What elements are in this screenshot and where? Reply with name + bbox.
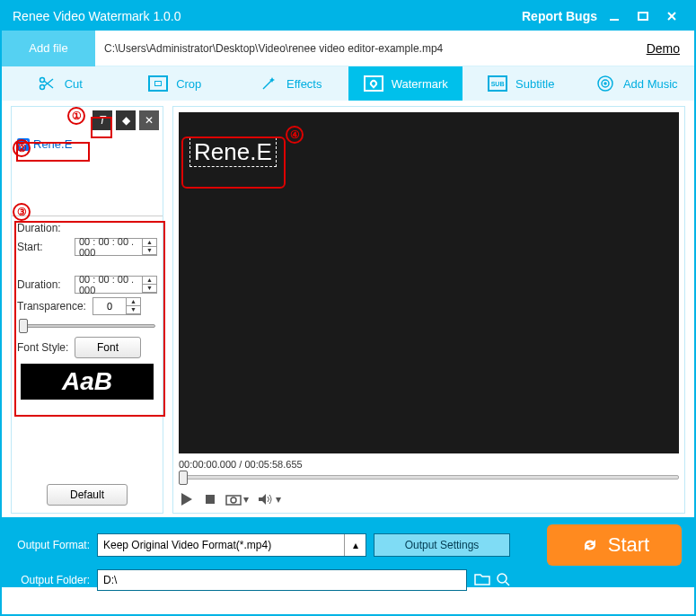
start-label: Start	[608, 533, 649, 557]
refresh-icon	[579, 534, 601, 556]
report-bugs-link[interactable]: Report Bugs	[522, 9, 597, 23]
svg-line-17	[506, 582, 509, 585]
transparence-input[interactable]	[93, 297, 127, 315]
tab-crop[interactable]: Crop	[118, 66, 233, 101]
titlebar: Renee Video Watermark 1.0.0 Report Bugs	[2, 2, 694, 31]
transparence-slider[interactable]	[19, 321, 155, 331]
watermark-list-item[interactable]: Rene.E	[17, 137, 157, 151]
watermark-item-label: Rene.E	[33, 137, 72, 151]
chevron-up-icon: ▴	[344, 534, 366, 556]
output-folder-input[interactable]: D:\	[97, 569, 467, 591]
font-button[interactable]: Font	[75, 337, 141, 358]
tab-label-cut: Cut	[65, 77, 83, 91]
duration-section: Duration: Start: 00 : 00 : 00 . 000 ▲▼ D…	[12, 216, 163, 410]
bottom-bar: Output Format: Keep Original Video Forma…	[2, 517, 694, 587]
transparence-label: Transparence:	[17, 300, 89, 312]
start-time-input[interactable]: 00 : 00 : 00 . 000 ▲▼	[75, 238, 157, 256]
tab-label-watermark: Watermark	[392, 77, 448, 91]
annotation-1: ①	[67, 107, 85, 125]
maximize-button[interactable]	[631, 7, 655, 25]
tab-cut[interactable]: Cut	[2, 66, 118, 101]
tab-watermark[interactable]: Watermark	[348, 66, 464, 101]
svg-marker-15	[259, 494, 266, 505]
preview-panel: Rene.E 00:00:00.000 / 00:05:58.655 ▾ ▾	[172, 106, 685, 514]
output-folder-label: Output Folder:	[14, 574, 90, 586]
start-button[interactable]: Start	[547, 524, 682, 566]
demo-link[interactable]: Demo	[647, 41, 694, 56]
spin-up[interactable]: ▲	[143, 239, 156, 247]
volume-button[interactable]: ▾	[258, 493, 281, 506]
tab-label-addmusic: Add Music	[623, 77, 678, 91]
watermark-overlay-text[interactable]: Rene.E	[189, 137, 277, 167]
svg-rect-1	[639, 13, 648, 20]
snapshot-button[interactable]: ▾	[225, 493, 249, 506]
tab-label-subtitle: Subtitle	[515, 77, 554, 91]
video-preview[interactable]: Rene.E	[179, 112, 679, 453]
svg-point-14	[231, 497, 236, 503]
tab-bar: Cut Crop Effects Watermark SUB Subtitle …	[2, 66, 694, 101]
add-image-watermark-button[interactable]: ◆	[116, 110, 136, 130]
file-row: Add file C:\Users\Administrator\Desktop\…	[2, 31, 694, 66]
svg-point-16	[498, 574, 507, 583]
start-label: Start:	[17, 241, 71, 253]
browse-folder-icon[interactable]	[474, 572, 490, 589]
main-area: T ◆ ✕ Rene.E Duration: Start: 00 : 00 : …	[2, 101, 694, 514]
duration-label: Duration:	[17, 278, 71, 291]
timecode-display: 00:00:00.000 / 00:05:58.655	[179, 459, 679, 470]
output-folder-value: D:\	[103, 574, 117, 586]
output-format-combo[interactable]: Keep Original Video Format(*.mp4) ▴	[97, 533, 366, 557]
tab-label-crop: Crop	[176, 77, 201, 91]
watermark-list: Rene.E	[12, 134, 163, 154]
spin-up[interactable]: ▲	[143, 277, 156, 285]
output-format-label: Output Format:	[14, 539, 90, 551]
minimize-button[interactable]	[603, 7, 626, 25]
svg-marker-11	[181, 493, 192, 506]
music-icon	[595, 73, 616, 94]
scissors-icon	[36, 73, 57, 94]
delete-watermark-button[interactable]: ✕	[139, 110, 159, 130]
default-button[interactable]: Default	[47, 484, 128, 506]
tab-effects[interactable]: Effects	[233, 66, 348, 101]
svg-point-10	[604, 83, 606, 84]
file-path: C:\Users\Administrator\Desktop\Video\ren…	[95, 42, 647, 55]
watermark-icon	[363, 73, 384, 94]
output-format-value: Keep Original Video Format(*.mp4)	[103, 539, 271, 551]
watermark-toolbar: T ◆ ✕	[12, 107, 163, 134]
add-file-button[interactable]: Add file	[2, 31, 95, 66]
stop-button[interactable]	[204, 493, 216, 506]
tab-subtitle[interactable]: SUB Subtitle	[463, 66, 579, 101]
duration-heading: Duration:	[17, 222, 157, 234]
svg-rect-12	[206, 495, 215, 504]
tab-label-effects: Effects	[286, 77, 322, 91]
spin-down[interactable]: ▼	[127, 306, 140, 314]
fontstyle-label: Font Style:	[17, 341, 71, 354]
spin-down[interactable]: ▼	[143, 247, 156, 255]
spin-down[interactable]: ▼	[143, 285, 156, 293]
effects-icon	[258, 73, 279, 94]
duration-time-input[interactable]: 00 : 00 : 00 . 000 ▲▼	[75, 276, 157, 294]
annotation-3: ③	[13, 203, 31, 221]
close-button[interactable]	[660, 7, 683, 25]
left-panel: T ◆ ✕ Rene.E Duration: Start: 00 : 00 : …	[11, 106, 163, 514]
annotation-2: ②	[13, 139, 31, 157]
playback-controls: ▾ ▾	[179, 491, 679, 507]
add-text-watermark-button[interactable]: T	[93, 110, 112, 130]
spin-up[interactable]: ▲	[127, 298, 140, 306]
duration-time-value: 00 : 00 : 00 . 000	[75, 274, 142, 295]
tab-addmusic[interactable]: Add Music	[579, 66, 695, 101]
annotation-4: ④	[286, 126, 304, 144]
subtitle-icon: SUB	[487, 73, 508, 94]
crop-icon	[147, 73, 169, 94]
play-button[interactable]	[179, 491, 195, 507]
start-time-value: 00 : 00 : 00 . 000	[75, 236, 142, 258]
open-folder-icon[interactable]	[496, 572, 510, 589]
font-preview: AaB	[21, 364, 154, 400]
seek-slider[interactable]	[179, 471, 679, 484]
app-title: Renee Video Watermark 1.0.0	[13, 9, 181, 23]
output-settings-button[interactable]: Output Settings	[374, 533, 510, 557]
